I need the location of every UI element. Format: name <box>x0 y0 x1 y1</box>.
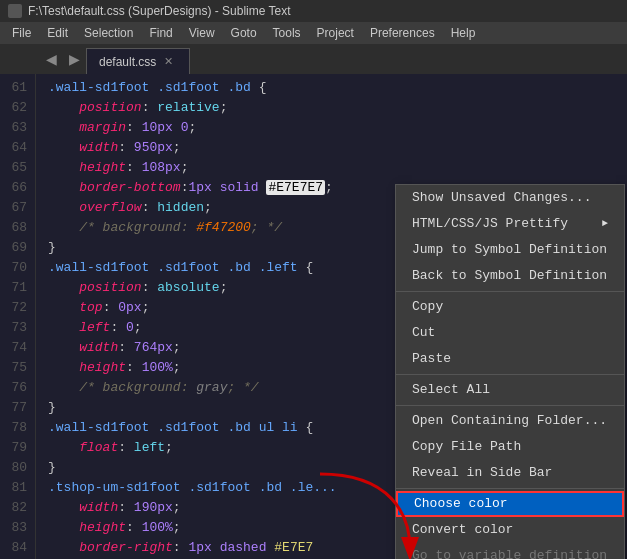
ctx-choose-color-label: Choose color <box>414 494 508 514</box>
line-num: 63 <box>8 118 27 138</box>
ctx-select-all-label: Select All <box>412 380 490 400</box>
ctx-goto-variable: Go to variable definition <box>396 543 624 559</box>
ctx-cut-label: Cut <box>412 323 435 343</box>
ctx-prettify-label: HTML/CSS/JS Prettify <box>412 214 568 234</box>
menu-tools[interactable]: Tools <box>265 24 309 42</box>
menu-file[interactable]: File <box>4 24 39 42</box>
ctx-convert-color-label: Convert color <box>412 520 513 540</box>
ctx-cut[interactable]: Cut <box>396 320 624 346</box>
code-line-61: .wall-sd1foot .sd1foot .bd { <box>48 78 627 98</box>
ctx-copy[interactable]: Copy <box>396 294 624 320</box>
title-bar: F:\Test\default.css (SuperDesigns) - Sub… <box>0 0 627 22</box>
line-num: 79 <box>8 438 27 458</box>
line-num: 67 <box>8 198 27 218</box>
code-line-64: width: 950px; <box>48 138 627 158</box>
line-num: 71 <box>8 278 27 298</box>
line-num: 75 <box>8 358 27 378</box>
line-num: 64 <box>8 138 27 158</box>
ctx-submenu-arrow: ► <box>602 214 608 234</box>
ctx-copy-path[interactable]: Copy File Path <box>396 434 624 460</box>
line-num: 73 <box>8 318 27 338</box>
app-icon <box>8 4 22 18</box>
line-num: 66 <box>8 178 27 198</box>
ctx-back-symbol-label: Back to Symbol Definition <box>412 266 607 286</box>
ctx-paste[interactable]: Paste <box>396 346 624 372</box>
line-num: 83 <box>8 518 27 538</box>
ctx-jump-symbol-label: Jump to Symbol Definition <box>412 240 607 260</box>
code-line-65: height: 108px; <box>48 158 627 178</box>
code-selector: .wall-sd1foot .sd1foot .bd <box>48 80 259 95</box>
ctx-select-all[interactable]: Select All <box>396 377 624 403</box>
line-num: 77 <box>8 398 27 418</box>
line-num: 76 <box>8 378 27 398</box>
line-num: 65 <box>8 158 27 178</box>
ctx-open-folder-label: Open Containing Folder... <box>412 411 607 431</box>
title-text: F:\Test\default.css (SuperDesigns) - Sub… <box>28 4 291 18</box>
line-numbers: 61 62 63 64 65 66 67 68 69 70 71 72 73 7… <box>0 74 36 559</box>
tab-default-css[interactable]: default.css ✕ <box>86 48 190 74</box>
tab-close-icon[interactable]: ✕ <box>164 55 173 68</box>
menu-edit[interactable]: Edit <box>39 24 76 42</box>
menu-bar: File Edit Selection Find View Goto Tools… <box>0 22 627 44</box>
ctx-open-folder[interactable]: Open Containing Folder... <box>396 408 624 434</box>
menu-goto[interactable]: Goto <box>223 24 265 42</box>
line-num: 80 <box>8 458 27 478</box>
ctx-sep-4 <box>396 488 624 489</box>
line-num: 62 <box>8 98 27 118</box>
line-num: 84 <box>8 538 27 558</box>
ctx-goto-variable-label: Go to variable definition <box>412 546 607 559</box>
ctx-sep-1 <box>396 291 624 292</box>
menu-selection[interactable]: Selection <box>76 24 141 42</box>
ctx-reveal-sidebar[interactable]: Reveal in Side Bar <box>396 460 624 486</box>
line-num: 74 <box>8 338 27 358</box>
ctx-prettify[interactable]: HTML/CSS/JS Prettify ► <box>396 211 624 237</box>
tab-prev-button[interactable]: ◀ <box>40 44 63 74</box>
ctx-reveal-sidebar-label: Reveal in Side Bar <box>412 463 552 483</box>
menu-help[interactable]: Help <box>443 24 484 42</box>
menu-view[interactable]: View <box>181 24 223 42</box>
menu-preferences[interactable]: Preferences <box>362 24 443 42</box>
ctx-sep-3 <box>396 405 624 406</box>
line-num: 68 <box>8 218 27 238</box>
line-num: 70 <box>8 258 27 278</box>
tab-next-button[interactable]: ▶ <box>63 44 86 74</box>
menu-project[interactable]: Project <box>309 24 362 42</box>
ctx-convert-color[interactable]: Convert color <box>396 517 624 543</box>
context-menu: Show Unsaved Changes... HTML/CSS/JS Pret… <box>395 184 625 559</box>
tab-bar: ◀ ▶ default.css ✕ <box>0 44 627 74</box>
tab-label: default.css <box>99 55 156 69</box>
ctx-show-unsaved[interactable]: Show Unsaved Changes... <box>396 185 624 211</box>
ctx-paste-label: Paste <box>412 349 451 369</box>
ctx-sep-2 <box>396 374 624 375</box>
line-num: 81 <box>8 478 27 498</box>
line-num: 72 <box>8 298 27 318</box>
ctx-copy-path-label: Copy File Path <box>412 437 521 457</box>
code-line-62: position: relative; <box>48 98 627 118</box>
ctx-jump-symbol[interactable]: Jump to Symbol Definition <box>396 237 624 263</box>
ctx-choose-color[interactable]: Choose color <box>396 491 624 517</box>
line-num: 69 <box>8 238 27 258</box>
editor: 61 62 63 64 65 66 67 68 69 70 71 72 73 7… <box>0 74 627 559</box>
line-num: 78 <box>8 418 27 438</box>
menu-find[interactable]: Find <box>141 24 180 42</box>
line-num: 61 <box>8 78 27 98</box>
ctx-back-symbol[interactable]: Back to Symbol Definition <box>396 263 624 289</box>
ctx-show-unsaved-label: Show Unsaved Changes... <box>412 188 591 208</box>
ctx-copy-label: Copy <box>412 297 443 317</box>
code-line-63: margin: 10px 0; <box>48 118 627 138</box>
line-num: 82 <box>8 498 27 518</box>
